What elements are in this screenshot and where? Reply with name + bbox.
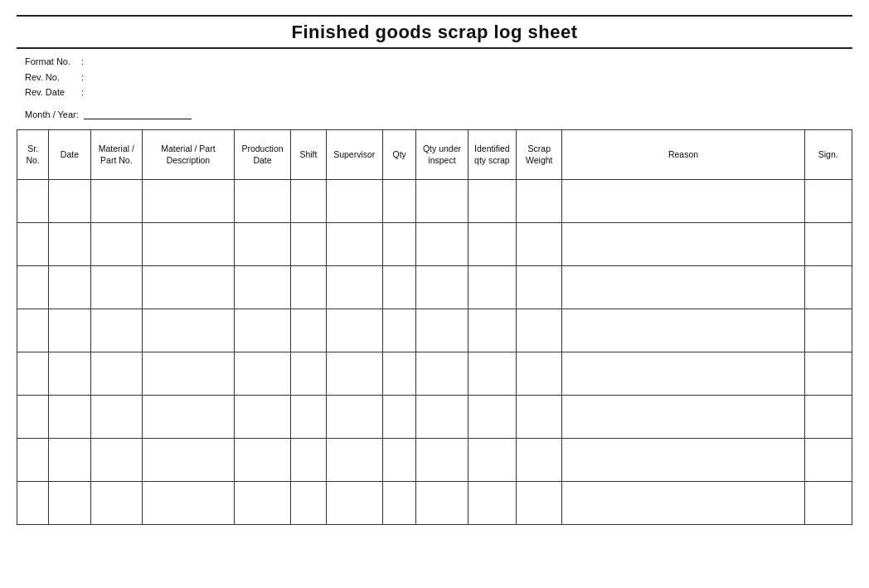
cell-production_date bbox=[234, 352, 290, 396]
cell-part_no bbox=[90, 180, 142, 223]
cell-date bbox=[49, 482, 90, 525]
cell-shift bbox=[291, 180, 326, 223]
cell-production_date bbox=[234, 396, 290, 439]
cell-sign bbox=[804, 309, 852, 352]
table-row bbox=[17, 352, 852, 396]
cell-part_no bbox=[90, 223, 142, 266]
rev-no-label: Rev. No. bbox=[25, 70, 75, 85]
cell-sign bbox=[804, 266, 852, 309]
cell-qty_under_inspect bbox=[416, 180, 468, 223]
cell-supervisor bbox=[326, 396, 382, 439]
month-year-row: Month / Year: bbox=[25, 109, 852, 119]
cell-sr_no bbox=[17, 439, 49, 482]
col-header-qty-under-inspect: Qty underinspect bbox=[416, 130, 468, 180]
cell-production_date bbox=[234, 439, 290, 482]
cell-shift bbox=[291, 309, 326, 352]
cell-part_no bbox=[90, 482, 142, 525]
cell-reason bbox=[562, 352, 804, 396]
cell-identified_scrap bbox=[468, 439, 516, 482]
table-row bbox=[17, 396, 852, 439]
cell-identified_scrap bbox=[468, 352, 516, 396]
col-header-sign: Sign. bbox=[804, 130, 852, 180]
cell-scrap_weight bbox=[517, 309, 562, 352]
format-no-label: Format No. bbox=[25, 54, 75, 70]
cell-date bbox=[49, 396, 90, 439]
col-header-scrap-weight: ScrapWeight bbox=[517, 130, 562, 180]
col-header-identified-scrap: Identifiedqty scrap bbox=[468, 130, 516, 180]
cell-qty bbox=[383, 309, 416, 352]
cell-supervisor bbox=[326, 223, 382, 266]
cell-shift bbox=[291, 266, 326, 309]
cell-sr_no bbox=[17, 482, 49, 525]
cell-sr_no bbox=[17, 309, 49, 352]
table-row bbox=[17, 482, 852, 525]
cell-supervisor bbox=[326, 266, 382, 309]
cell-reason bbox=[562, 180, 804, 223]
table-row bbox=[17, 266, 852, 309]
cell-qty bbox=[383, 396, 416, 439]
cell-sr_no bbox=[17, 266, 49, 309]
cell-identified_scrap bbox=[468, 266, 516, 309]
meta-row-format: Format No. : bbox=[25, 54, 852, 70]
page-title: Finished goods scrap log sheet bbox=[17, 17, 852, 47]
rev-no-colon: : bbox=[81, 70, 84, 85]
cell-supervisor bbox=[326, 180, 382, 223]
cell-date bbox=[49, 439, 90, 482]
cell-shift bbox=[291, 482, 326, 525]
cell-description bbox=[143, 223, 235, 266]
cell-qty_under_inspect bbox=[416, 309, 468, 352]
title-section: Finished goods scrap log sheet bbox=[17, 15, 852, 49]
cell-qty bbox=[383, 439, 416, 482]
cell-sr_no bbox=[17, 180, 49, 223]
cell-sr_no bbox=[17, 396, 49, 439]
cell-reason bbox=[562, 482, 804, 525]
month-year-input bbox=[84, 109, 192, 119]
cell-sign bbox=[804, 180, 852, 223]
cell-reason bbox=[562, 266, 804, 309]
cell-scrap_weight bbox=[517, 439, 562, 482]
cell-scrap_weight bbox=[517, 223, 562, 266]
cell-qty_under_inspect bbox=[416, 396, 468, 439]
cell-part_no bbox=[90, 396, 142, 439]
cell-description bbox=[143, 352, 235, 396]
cell-production_date bbox=[234, 223, 290, 266]
meta-row-revno: Rev. No. : bbox=[25, 70, 852, 85]
cell-date bbox=[49, 180, 90, 223]
cell-sr_no bbox=[17, 223, 49, 266]
cell-scrap_weight bbox=[517, 396, 562, 439]
cell-sign bbox=[804, 352, 852, 396]
cell-sign bbox=[804, 223, 852, 266]
cell-qty bbox=[383, 266, 416, 309]
table-header-row: Sr.No. Date Material /Part No. Material … bbox=[17, 130, 852, 180]
table-row bbox=[17, 439, 852, 482]
cell-sr_no bbox=[17, 352, 49, 396]
cell-qty_under_inspect bbox=[416, 223, 468, 266]
cell-identified_scrap bbox=[468, 180, 516, 223]
table-row bbox=[17, 180, 852, 223]
cell-description bbox=[143, 396, 235, 439]
cell-shift bbox=[291, 439, 326, 482]
cell-date bbox=[49, 266, 90, 309]
cell-production_date bbox=[234, 266, 290, 309]
cell-supervisor bbox=[326, 309, 382, 352]
cell-reason bbox=[562, 439, 804, 482]
col-header-part-no: Material /Part No. bbox=[90, 130, 142, 180]
cell-qty bbox=[383, 223, 416, 266]
cell-reason bbox=[562, 223, 804, 266]
table-row bbox=[17, 309, 852, 352]
cell-reason bbox=[562, 396, 804, 439]
cell-date bbox=[49, 223, 90, 266]
col-header-qty: Qty bbox=[383, 130, 416, 180]
col-header-shift: Shift bbox=[291, 130, 326, 180]
cell-supervisor bbox=[326, 482, 382, 525]
cell-scrap_weight bbox=[517, 352, 562, 396]
cell-part_no bbox=[90, 352, 142, 396]
cell-shift bbox=[291, 396, 326, 439]
cell-scrap_weight bbox=[517, 482, 562, 525]
table-row bbox=[17, 223, 852, 266]
col-header-description: Material / PartDescription bbox=[143, 130, 235, 180]
cell-identified_scrap bbox=[468, 482, 516, 525]
scrap-log-table: Sr.No. Date Material /Part No. Material … bbox=[17, 129, 852, 525]
cell-qty bbox=[383, 180, 416, 223]
cell-reason bbox=[562, 309, 804, 352]
